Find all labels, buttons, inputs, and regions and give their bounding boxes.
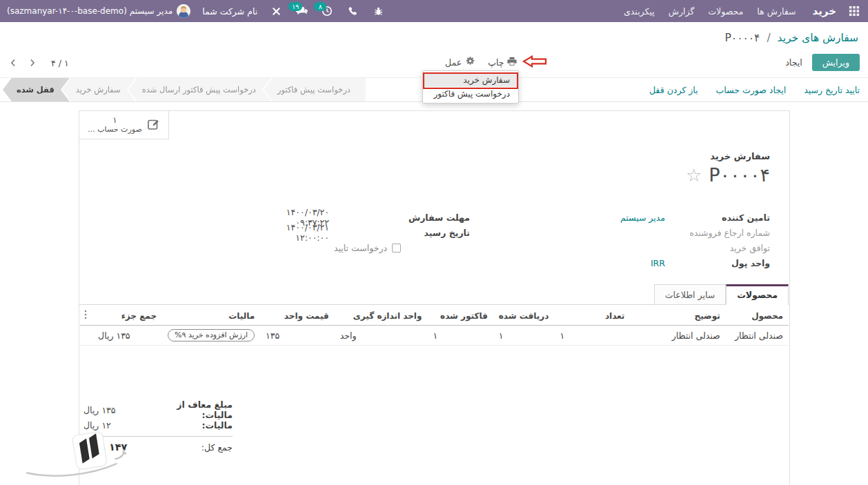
create-button[interactable]: ایجاد <box>785 57 802 68</box>
form-action-buttons: ویرایش ایجاد <box>785 54 860 71</box>
stage-rfq[interactable]: درخواست پیش فاکتور <box>264 78 366 101</box>
untaxed-amount-value: ۱۳۵ ریال <box>83 405 146 415</box>
tab-other-information[interactable]: سایر اطلاعات <box>654 284 727 305</box>
stat-button-count: ۱ <box>88 116 142 125</box>
cell-taxes[interactable]: ارزش افزوده خرید ۹% <box>162 326 260 346</box>
optional-columns-kebab-icon[interactable] <box>80 306 92 326</box>
stat-button-label: صورت حساب ... <box>88 125 142 134</box>
menu-orders[interactable]: سفارش ها <box>756 5 797 18</box>
order-line-row[interactable]: صندلی انتظار صندلی انتظار ۱ ۱ ۱ واحد ۱۳۵… <box>80 326 789 346</box>
grand-total-value: ۱۴۷ ریال <box>83 442 146 453</box>
order-deadline-field-label: مهلت سفارش <box>365 212 470 223</box>
vendor-field-value[interactable]: مدیر سیستم <box>500 212 665 223</box>
stage-rfq-sent[interactable]: درخواست پیش فاکتور ارسال شده <box>128 78 271 101</box>
pencil-square-icon <box>147 117 160 132</box>
field-group-left: مهلت سفارش ۱۴۰۰/۰۳/۲۰ ۰۹:۳۷:۲۲ تاریخ رسی… <box>263 210 470 255</box>
cell-product[interactable]: صندلی انتظار <box>726 326 789 346</box>
print-menu-button[interactable]: چاپ <box>488 57 517 68</box>
receipt-date-field-label: تاریخ رسید <box>365 228 470 238</box>
app-name[interactable]: خرید <box>813 5 836 17</box>
pager-count: ۱ / ۴ <box>51 58 69 68</box>
menu-products[interactable]: محصولات <box>707 5 744 18</box>
taxes-label: مالیات: <box>146 420 233 430</box>
col-taxes[interactable]: مالیات <box>162 306 260 326</box>
unlock-button[interactable]: باز کردن قفل <box>649 85 698 95</box>
apps-grid-icon[interactable] <box>847 4 861 18</box>
col-product[interactable]: محصول <box>726 306 789 326</box>
user-menu[interactable]: مدیر سیستم (sazmanyar-۱۴-۰-base-demo) <box>7 4 190 18</box>
vendor-reference-field-label: شماره ارجاع فروشنده <box>665 228 770 238</box>
col-description[interactable]: توضیح <box>630 306 725 326</box>
messages-count-badge: ۱۹ <box>288 2 302 11</box>
cell-description[interactable]: صندلی انتظار <box>630 326 725 346</box>
col-quantity[interactable]: تعداد <box>554 306 630 326</box>
print-menu-label: چاپ <box>488 57 504 68</box>
stat-button-text: ۱ صورت حساب ... <box>88 116 142 134</box>
menu-reporting[interactable]: گزارش <box>667 5 696 18</box>
create-bill-button[interactable]: ایجاد صورت حساب <box>716 85 787 95</box>
col-received[interactable]: دریافت شده <box>493 306 555 326</box>
tab-products[interactable]: محصولات <box>726 284 789 305</box>
confirm-receipt-date-button[interactable]: تایید تاریخ رسید <box>804 85 860 95</box>
field-groups: تامین کننده مدیر سیستم شماره ارجاع فروشن… <box>99 210 770 279</box>
statusbar-buttons: تایید تاریخ رسید ایجاد صورت حساب باز کرد… <box>649 78 860 101</box>
col-unit-price[interactable]: قیمت واحد <box>260 306 335 326</box>
status-pipeline: درخواست پیش فاکتور درخواست پیش فاکتور ار… <box>3 78 366 101</box>
pager-previous-button[interactable] <box>6 57 21 69</box>
menu-configuration[interactable]: پیکربندی <box>622 5 656 18</box>
action-menu-label: عمل <box>445 57 462 68</box>
edit-button[interactable]: ویرایش <box>812 54 860 71</box>
debug-bug-icon[interactable] <box>371 5 385 17</box>
action-menu-button[interactable]: عمل <box>445 56 475 68</box>
systray: ۸ ۱۹ نام شرکت شما <box>7 4 385 18</box>
ask-confirmation-checkbox[interactable] <box>392 244 401 253</box>
print-action-menus: چاپ عمل <box>445 56 517 68</box>
stage-purchase-order[interactable]: سفارش خرید <box>62 78 136 101</box>
cell-unit-price[interactable]: ۱۳۵ <box>260 326 335 346</box>
cell-billed[interactable]: ۱ <box>427 326 493 346</box>
activities-clock-icon[interactable]: ۸ <box>320 5 334 17</box>
gear-icon <box>465 56 475 68</box>
user-avatar <box>177 4 190 18</box>
breadcrumb-current: P۰۰۰۰۴ <box>724 32 760 44</box>
form-sheet: ۱ صورت حساب ... سفارش خرید P۰۰۰۰۴ ☆ تامی… <box>79 110 790 485</box>
pager-next-button[interactable] <box>25 57 40 69</box>
user-name: مدیر سیستم (sazmanyar-۱۴-۰-base-demo) <box>7 6 172 16</box>
cell-subtotal: ۱۳۵ ریال <box>92 326 162 346</box>
top-navbar: خرید سفارش ها محصولات گزارش پیکربندی ۸ <box>0 0 868 22</box>
breadcrumb-parent-link[interactable]: سفارش های خرید <box>778 32 858 44</box>
favorite-star-icon[interactable]: ☆ <box>686 166 702 184</box>
annotation-arrow <box>522 55 547 70</box>
document-title: سفارش خرید P۰۰۰۰۴ ☆ <box>686 151 770 186</box>
print-dropdown-item-purchase-order[interactable]: سفارش خرید <box>423 73 518 87</box>
table-header-row: محصول توضیح تعداد دریافت شده فاکتور شده … <box>80 306 789 326</box>
navbar-main-menus: خرید سفارش ها محصولات گزارش پیکربندی <box>622 4 861 18</box>
ask-confirmation-label: درخواست تایید <box>334 243 387 253</box>
field-group-right: تامین کننده مدیر سیستم شماره ارجاع فروشن… <box>500 210 770 270</box>
taxes-value: ۱۲ ریال <box>83 420 146 430</box>
document-type-label: سفارش خرید <box>686 151 770 161</box>
company-switcher[interactable]: نام شرکت شما <box>202 6 257 17</box>
order-totals: مبلغ معاف از مالیات: ۱۳۵ ریال مالیات: ۱۲… <box>83 402 233 455</box>
breadcrumb: سفارش های خرید / P۰۰۰۰۴ <box>724 32 858 44</box>
grand-total-label: جمع کل: <box>146 442 233 453</box>
cell-received[interactable]: ۱ <box>493 326 555 346</box>
col-subtotal[interactable]: جمع جزء <box>92 306 162 326</box>
col-uom[interactable]: واحد اندازه گیری <box>335 306 428 326</box>
breadcrumb-separator: / <box>767 32 770 44</box>
receipt-date-field-value[interactable]: ۱۴۰۰/۰۳/۲۱ ۱۲:۰۰:۰۰ <box>263 222 365 243</box>
tools-wrench-icon[interactable] <box>269 5 283 17</box>
totals-divider <box>83 436 233 437</box>
document-name: P۰۰۰۰۴ <box>709 164 770 186</box>
currency-field-value[interactable]: IRR <box>500 258 665 268</box>
cell-quantity[interactable]: ۱ <box>554 326 630 346</box>
print-dropdown-menu: سفارش خرید درخواست پیش فاکتور <box>422 70 519 103</box>
print-dropdown-item-rfq[interactable]: درخواست پیش فاکتور <box>423 87 518 101</box>
col-billed[interactable]: فاکتور شده <box>427 306 493 326</box>
currency-field-label: واحد پول <box>665 258 770 268</box>
stage-locked[interactable]: قفل شده <box>3 78 70 101</box>
vendor-bills-stat-button[interactable]: ۱ صورت حساب ... <box>79 111 169 139</box>
phone-icon[interactable] <box>346 5 359 17</box>
cell-uom[interactable]: واحد <box>335 326 428 346</box>
messages-chat-icon[interactable]: ۱۹ <box>295 5 308 17</box>
